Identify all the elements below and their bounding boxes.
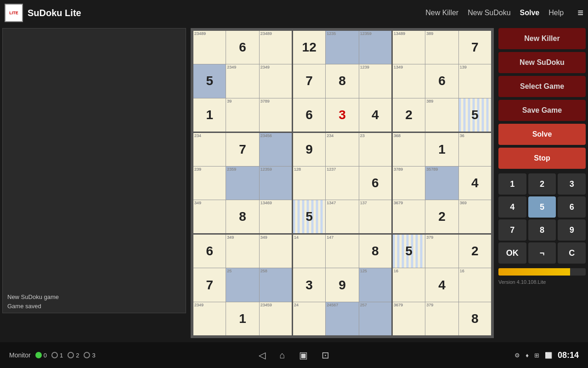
numpad-btn-9[interactable]: 9 xyxy=(558,219,586,241)
grid-cell-7-6[interactable]: 1616 xyxy=(392,268,425,302)
grid-cell-6-8[interactable]: 2 xyxy=(458,234,492,268)
grid-cell-6-6[interactable]: 5 xyxy=(392,234,425,268)
grid-cell-5-5[interactable]: 137137 xyxy=(359,200,392,234)
grid-cell-2-8[interactable]: 5 xyxy=(458,98,492,132)
grid-cell-2-0[interactable]: 1 xyxy=(193,98,226,132)
grid-cell-1-2[interactable]: 23492349 xyxy=(259,64,292,98)
grid-cell-7-2[interactable]: 258258 xyxy=(259,268,292,302)
grid-cell-5-3[interactable]: 5 xyxy=(292,200,325,234)
numpad-btn-8[interactable]: 8 xyxy=(528,219,556,241)
numpad-btn-3[interactable]: 3 xyxy=(558,173,586,195)
grid-cell-4-6[interactable]: 37893789 xyxy=(392,166,425,200)
grid-cell-6-5[interactable]: 8 xyxy=(359,234,392,268)
grid-cell-7-1[interactable]: 2525 xyxy=(226,268,259,302)
grid-cell-4-7[interactable]: 3578935789 xyxy=(425,166,458,200)
grid-cell-4-4[interactable]: 12371237 xyxy=(326,166,359,200)
grid-cell-7-0[interactable]: 7 xyxy=(193,268,226,302)
grid-cell-0-4[interactable]: 12351235 xyxy=(326,30,359,64)
numpad-btn-OK[interactable]: OK xyxy=(498,242,526,264)
grid-cell-6-4[interactable]: 147147 xyxy=(326,234,359,268)
menu-icon[interactable]: ≡ xyxy=(577,7,583,19)
numpad-btn-5[interactable]: 5 xyxy=(528,196,556,218)
solve-button[interactable]: Solve xyxy=(498,124,586,145)
grid-cell-0-7[interactable]: 389389 xyxy=(425,30,458,64)
grid-cell-1-7[interactable]: 6 xyxy=(425,64,458,98)
sudoku-grid[interactable]: 2348923489623489234891212351235123591235… xyxy=(191,28,494,338)
grid-cell-5-0[interactable]: 349349 xyxy=(193,200,226,234)
grid-cell-7-4[interactable]: 9 xyxy=(326,268,359,302)
numpad-btn-7[interactable]: 7 xyxy=(498,219,526,241)
grid-cell-8-8[interactable]: 8 xyxy=(458,302,492,336)
grid-cell-1-5[interactable]: 12391239 xyxy=(359,64,392,98)
grid-cell-7-3[interactable]: 3 xyxy=(292,268,325,302)
grid-cell-3-7[interactable]: 1 xyxy=(425,132,458,166)
grid-cell-2-5[interactable]: 4 xyxy=(359,98,392,132)
grid-cell-8-5[interactable]: 257257 xyxy=(359,302,392,336)
grid-cell-4-8[interactable]: 4 xyxy=(458,166,492,200)
grid-cell-1-1[interactable]: 23492349 xyxy=(226,64,259,98)
grid-cell-0-3[interactable]: 12 xyxy=(292,30,325,64)
save-game-button[interactable]: Save Game xyxy=(498,100,586,121)
stop-button[interactable]: Stop xyxy=(498,148,586,169)
grid-cell-0-6[interactable]: 1348913489 xyxy=(392,30,425,64)
numpad-btn-6[interactable]: 6 xyxy=(558,196,586,218)
grid-cell-1-6[interactable]: 13491349 xyxy=(392,64,425,98)
grid-cell-3-0[interactable]: 234234 xyxy=(193,132,226,166)
grid-cell-6-1[interactable]: 349349 xyxy=(226,234,259,268)
grid-cell-7-8[interactable]: 1616 xyxy=(458,268,492,302)
grid-cell-3-2[interactable]: 2345623456 xyxy=(259,132,292,166)
grid-cell-0-8[interactable]: 7 xyxy=(458,30,492,64)
new-killer-button[interactable]: New Killer xyxy=(498,28,586,49)
grid-cell-4-3[interactable]: 128128 xyxy=(292,166,325,200)
new-sudoku-button[interactable]: New SuDoku xyxy=(498,52,586,73)
top-nav-help[interactable]: Help xyxy=(548,9,564,17)
select-game-button[interactable]: Select Game xyxy=(498,76,586,97)
grid-cell-7-7[interactable]: 4 xyxy=(425,268,458,302)
grid-cell-2-1[interactable]: 3939 xyxy=(226,98,259,132)
grid-cell-8-2[interactable]: 2345923459 xyxy=(259,302,292,336)
grid-cell-3-3[interactable]: 9 xyxy=(292,132,325,166)
numpad-btn-¬[interactable]: ¬ xyxy=(528,242,556,264)
grid-cell-3-6[interactable]: 368368 xyxy=(392,132,425,166)
grid-cell-8-6[interactable]: 36793679 xyxy=(392,302,425,336)
back-icon[interactable]: ◁ xyxy=(259,350,266,361)
home-icon[interactable]: ⌂ xyxy=(279,350,285,361)
grid-cell-5-6[interactable]: 36793679 xyxy=(392,200,425,234)
numpad-btn-4[interactable]: 4 xyxy=(498,196,526,218)
grid-cell-2-7[interactable]: 389389 xyxy=(425,98,458,132)
top-nav-new-sudoku[interactable]: New SuDoku xyxy=(468,9,510,17)
grid-cell-5-7[interactable]: 2 xyxy=(425,200,458,234)
grid-cell-6-0[interactable]: 6 xyxy=(193,234,226,268)
grid-cell-8-7[interactable]: 379379 xyxy=(425,302,458,336)
screenshot-icon[interactable]: ⊡ xyxy=(322,350,329,361)
grid-cell-7-5[interactable]: 125125 xyxy=(359,268,392,302)
grid-cell-4-1[interactable]: 23592359 xyxy=(226,166,259,200)
grid-cell-6-7[interactable]: 379379 xyxy=(425,234,458,268)
grid-cell-8-0[interactable]: 23492349 xyxy=(193,302,226,336)
grid-cell-5-4[interactable]: 13471347 xyxy=(326,200,359,234)
grid-cell-5-8[interactable]: 369369 xyxy=(458,200,492,234)
grid-cell-1-4[interactable]: 8 xyxy=(326,64,359,98)
grid-cell-0-2[interactable]: 2348923489 xyxy=(259,30,292,64)
grid-cell-2-2[interactable]: 37893789 xyxy=(259,98,292,132)
grid-cell-4-2[interactable]: 1235912359 xyxy=(259,166,292,200)
grid-cell-5-2[interactable]: 1346913469 xyxy=(259,200,292,234)
grid-cell-3-5[interactable]: 2323 xyxy=(359,132,392,166)
grid-cell-1-3[interactable]: 7 xyxy=(292,64,325,98)
recents-icon[interactable]: ▣ xyxy=(299,350,308,361)
grid-cell-2-4[interactable]: 3 xyxy=(326,98,359,132)
grid-cell-0-5[interactable]: 1235912359 xyxy=(359,30,392,64)
grid-cell-0-1[interactable]: 6 xyxy=(226,30,259,64)
grid-cell-8-3[interactable]: 2424 xyxy=(292,302,325,336)
grid-cell-1-0[interactable]: 5 xyxy=(193,64,226,98)
grid-cell-5-1[interactable]: 8 xyxy=(226,200,259,234)
grid-cell-6-2[interactable]: 349349 xyxy=(259,234,292,268)
numpad-btn-1[interactable]: 1 xyxy=(498,173,526,195)
grid-cell-1-8[interactable]: 139139 xyxy=(458,64,492,98)
grid-cell-2-3[interactable]: 6 xyxy=(292,98,325,132)
grid-cell-3-4[interactable]: 234234 xyxy=(326,132,359,166)
grid-cell-4-5[interactable]: 6 xyxy=(359,166,392,200)
numpad-btn-2[interactable]: 2 xyxy=(528,173,556,195)
grid-cell-2-6[interactable]: 2 xyxy=(392,98,425,132)
grid-cell-8-4[interactable]: 2456724567 xyxy=(326,302,359,336)
